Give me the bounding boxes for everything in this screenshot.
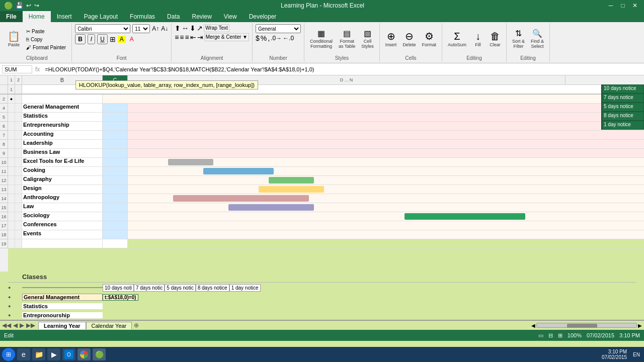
cell-c8[interactable] [103, 140, 128, 148]
font-grow-icon[interactable]: A↑ [152, 25, 159, 32]
tab-developer[interactable]: Developer [243, 11, 283, 22]
cell-c18[interactable] [103, 230, 128, 239]
sort-filter-button[interactable]: ⇅ Sort &Filter [510, 28, 527, 50]
cell-b4[interactable]: General Management [22, 104, 103, 112]
cell-c15[interactable] [103, 203, 128, 212]
cell-b14[interactable]: Anthropology [22, 194, 103, 203]
undo-btn[interactable]: ↩ [26, 2, 31, 9]
cell-b6[interactable]: Entrepreneurship [22, 122, 103, 130]
merge-center-button[interactable]: Merge & Center ▼ [204, 33, 249, 41]
cell-c12[interactable] [103, 176, 128, 185]
underline-button[interactable]: U [97, 34, 108, 44]
paste-button[interactable]: 📋 Paste [5, 30, 23, 49]
align-bottom-icon[interactable]: ⬇ [190, 24, 196, 32]
number-format-select[interactable]: General [256, 24, 301, 33]
font-family-select[interactable]: Calibri [75, 24, 130, 33]
cell-b13[interactable]: Design [22, 185, 103, 194]
cell-c13[interactable] [103, 185, 128, 194]
view-layout-icon[interactable]: ⊟ [548, 332, 553, 339]
notice-4[interactable]: 8 days notice [601, 112, 644, 121]
cell-b15[interactable]: Law [22, 203, 103, 212]
cell-c17[interactable] [103, 221, 128, 230]
format-button[interactable]: ⚙ Format [419, 30, 439, 49]
hscroll-left[interactable]: ◀ [531, 323, 535, 328]
cell-b17[interactable]: Conferences [22, 221, 103, 230]
add-sheet-icon[interactable]: ⊕ [134, 322, 139, 329]
cell-b5[interactable]: Statistics [22, 113, 103, 121]
align-center-icon[interactable]: ≡ [180, 33, 184, 41]
copy-button[interactable]: ⎘ Copy [24, 36, 68, 43]
cell-b18[interactable]: Events [22, 230, 103, 239]
align-left-icon[interactable]: ≡ [175, 33, 179, 41]
cell-c5[interactable] [103, 113, 128, 121]
quick-save[interactable]: 💾 [16, 2, 23, 9]
increase-decimal-icon[interactable]: .0→ [271, 35, 282, 42]
fill-color-icon[interactable]: A [118, 36, 126, 43]
minimize-btn[interactable]: ─ [606, 2, 616, 9]
cut-button[interactable]: ✂ Paste [24, 28, 68, 35]
taskbar-media[interactable]: ▶ [47, 348, 60, 360]
formula-input[interactable] [43, 66, 642, 72]
cell-b10[interactable]: Excel Tools for E-d Life [22, 158, 103, 166]
border-icon[interactable]: ⊞ [110, 35, 116, 43]
hscroll-right[interactable]: ▶ [638, 323, 642, 328]
maximize-btn[interactable]: □ [618, 2, 628, 9]
cell-c7[interactable] [103, 131, 128, 139]
italic-button[interactable]: I [88, 34, 95, 44]
cell-c16[interactable] [103, 212, 128, 221]
taskbar-ie[interactable]: e [17, 348, 30, 360]
insert-button[interactable]: ⊕ Insert [383, 30, 399, 49]
tab-formulas[interactable]: Formulas [124, 11, 161, 22]
cell-b9[interactable]: Business Law [22, 149, 103, 157]
autosum-button[interactable]: Σ AutoSum [445, 30, 469, 49]
cell-b16[interactable]: Sociology [22, 212, 103, 221]
font-color-icon[interactable]: A [128, 36, 136, 43]
cell-c11[interactable] [103, 167, 128, 175]
find-select-button[interactable]: 🔍 Find &Select [528, 28, 546, 50]
notice-1[interactable]: 10 days notice [601, 84, 644, 94]
cell-b7[interactable]: Accounting [22, 131, 103, 139]
notice-2[interactable]: 7 days notice [601, 94, 644, 103]
fill-button[interactable]: ↓ Fill [470, 30, 486, 49]
comma-icon[interactable]: , [268, 34, 270, 42]
cell-c19[interactable] [103, 239, 128, 248]
sheet-nav-prev[interactable]: ◀ [13, 322, 18, 329]
cell-c9[interactable] [103, 149, 128, 157]
wrap-text-button[interactable]: Wrap Text [204, 24, 229, 32]
cell-b22[interactable]: General Management [22, 294, 103, 301]
taskbar-chrome[interactable] [77, 348, 91, 360]
tab-data[interactable]: Data [161, 11, 186, 22]
cell-b23[interactable]: Statistics [22, 303, 103, 310]
cell-styles-button[interactable]: ▧ CellStyles [359, 28, 376, 50]
tab-insert[interactable]: Insert [51, 11, 78, 22]
align-top-icon[interactable]: ⬆ [175, 24, 181, 32]
cell-c14[interactable] [103, 194, 128, 203]
view-normal-icon[interactable]: ▭ [538, 332, 543, 339]
font-shrink-icon[interactable]: A↓ [161, 25, 168, 32]
cell-c6[interactable] [103, 122, 128, 130]
format-as-table-button[interactable]: ▤ Formatas Table [336, 28, 358, 50]
bold-button[interactable]: B [75, 34, 86, 44]
taskbar-excel-active[interactable]: 🟢 [93, 348, 106, 360]
text-orientation-icon[interactable]: ↗ [197, 24, 203, 32]
cell-b8[interactable]: Leadership [22, 140, 103, 148]
redo-btn[interactable]: ↪ [34, 2, 39, 9]
conditional-formatting-button[interactable]: ▦ ConditionalFormatting [307, 28, 335, 50]
cell-b12[interactable]: Caligraphy [22, 176, 103, 185]
cell-b24[interactable]: Entrepronourship [22, 312, 103, 319]
decrease-indent-icon[interactable]: ⇤ [190, 33, 196, 41]
tab-view[interactable]: View [218, 11, 243, 22]
clear-button[interactable]: 🗑 Clear [487, 30, 503, 49]
notice-5[interactable]: 1 day notice [601, 121, 644, 130]
taskbar-explorer[interactable]: 📁 [32, 348, 45, 360]
delete-button[interactable]: ⊖ Delete [400, 30, 418, 49]
view-break-icon[interactable]: ⊞ [558, 332, 562, 339]
sheet-tab-learning-year[interactable]: Learning Year [38, 322, 86, 329]
tab-pagelayout[interactable]: Page Layout [78, 11, 124, 22]
percent-icon[interactable]: % [261, 34, 267, 42]
sheet-tab-calendar-year[interactable]: Calendar Year [86, 322, 132, 329]
increase-indent-icon[interactable]: ⇥ [197, 33, 203, 41]
align-middle-icon[interactable]: ↔ [182, 24, 189, 32]
name-box[interactable] [2, 65, 32, 73]
sheet-nav-left[interactable]: ◀◀ [2, 322, 11, 329]
